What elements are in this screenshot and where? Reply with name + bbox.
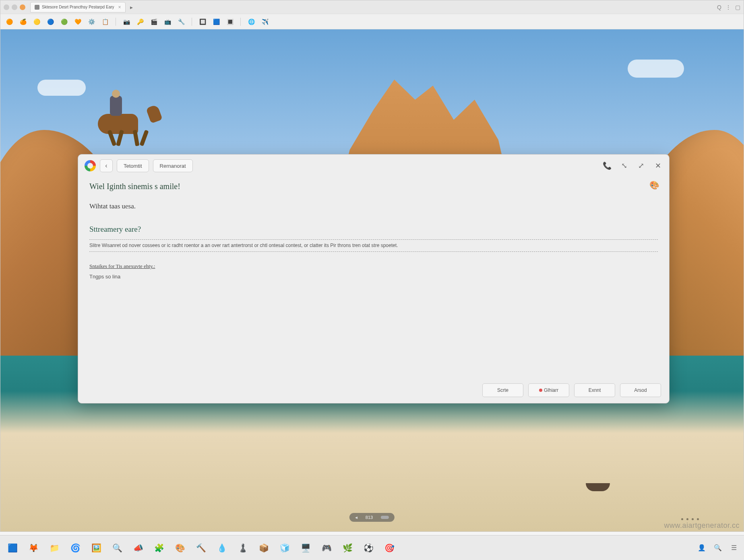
dialog-section-heading: Sttreamery eare? xyxy=(89,225,658,234)
expand-icon[interactable]: ⤢ xyxy=(636,161,646,171)
browser-tab-strip: Sktesore Desrt Prancthsy Pestarpd Eary ×… xyxy=(0,0,744,14)
taskbar-app-icon[interactable]: 🖥️ xyxy=(298,540,313,556)
bookmark-icon[interactable]: 🔧 xyxy=(176,17,186,27)
system-tray: 👤 🔍 ☰ xyxy=(696,543,739,553)
page-dot-icon[interactable] xyxy=(681,518,683,520)
pager-next-icon[interactable] xyxy=(381,516,389,519)
new-tab-button[interactable]: ▸ xyxy=(127,3,136,12)
control-dot-icon[interactable] xyxy=(4,4,9,10)
dialog-header: ‹ Tetomtit Rernanorat 📞 ⤡ ⤢ ✕ xyxy=(78,154,669,177)
taskbar-app-icon[interactable]: ♟️ xyxy=(235,540,250,556)
taskbar-app-icon[interactable]: 🌀 xyxy=(68,540,83,556)
taskbar-app-icon[interactable]: 📁 xyxy=(47,540,62,556)
taskbar-app-icon[interactable]: 🔍 xyxy=(110,540,125,556)
dialog-text-line: Tngps so lina xyxy=(89,274,658,280)
watermark-text: www.aiartgenerator.cc xyxy=(664,521,740,530)
taskbar-app-icon[interactable]: 🧩 xyxy=(151,540,167,556)
pager-prev-icon[interactable]: ◂ xyxy=(355,515,358,520)
dialog-subheading: Sntaikes for Tis anexuvte ehty.: xyxy=(89,263,658,270)
chrome-logo-icon xyxy=(85,160,96,171)
dialog-tab[interactable]: Rernanorat xyxy=(153,159,193,172)
taskbar-app-icon[interactable]: 📣 xyxy=(130,540,146,556)
desktop-area: ‹ Tetomtit Rernanorat 📞 ⤡ ⤢ ✕ 🎨 Wiel Igi… xyxy=(0,29,744,531)
tray-menu-icon[interactable]: ☰ xyxy=(729,543,739,553)
tray-user-icon[interactable]: 👤 xyxy=(696,543,707,553)
taskbar-app-icon[interactable]: 🦊 xyxy=(26,540,41,556)
control-dot-icon[interactable] xyxy=(20,4,25,10)
bookmark-icon[interactable]: 🟢 xyxy=(59,17,69,27)
favicon-icon xyxy=(35,5,39,10)
bookmark-icon[interactable]: 📺 xyxy=(163,17,172,27)
bookmarks-bar: 🟠 🍊 🟡 🔵 🟢 🧡 ⚙️ 📋 📷 🔑 🎬 📺 🔧 🔲 🟦 🔳 🌐 ✈️ xyxy=(0,14,744,29)
close-icon[interactable]: ✕ xyxy=(653,161,663,171)
collapse-icon[interactable]: ⤡ xyxy=(619,161,629,171)
dialog-subtitle: Wihtat taas uesa. xyxy=(89,202,658,210)
dialog-footer: Scrte Glhiarr Exnnt Arsod xyxy=(78,377,669,403)
bookmark-icon[interactable]: 🔳 xyxy=(225,17,235,27)
separator xyxy=(116,18,116,26)
page-dots xyxy=(681,518,699,520)
dialog-button-2[interactable]: Glhiarr xyxy=(528,383,569,397)
dialog-button-1[interactable]: Scrte xyxy=(482,383,523,397)
bookmark-icon[interactable]: 🔑 xyxy=(135,17,145,27)
bookmark-icon[interactable]: 🍊 xyxy=(18,17,28,27)
taskbar-app-icon[interactable]: 🌿 xyxy=(340,540,355,556)
dialog-header-actions: 📞 ⤡ ⤢ ✕ xyxy=(602,161,663,171)
window-controls xyxy=(4,4,25,10)
page-dot-icon[interactable] xyxy=(686,518,688,520)
taskbar-app-icon[interactable]: 💧 xyxy=(214,540,229,556)
tab-title: Sktesore Desrt Prancthsy Pestarpd Eary xyxy=(42,5,114,9)
dialog-button-3[interactable]: Exnnt xyxy=(574,383,615,397)
bookmark-icon[interactable]: 🔲 xyxy=(198,17,207,27)
page-dot-icon[interactable] xyxy=(697,518,699,520)
bookmark-icon[interactable]: 🧡 xyxy=(73,17,83,27)
taskbar: 🟦 🦊 📁 🌀 🖼️ 🔍 📣 🧩 🎨 🔨 💧 ♟️ 📦 🧊 🖥️ 🎮 🌿 ⚽ 🎯… xyxy=(0,535,744,560)
bookmark-icon[interactable]: 🔵 xyxy=(45,17,55,27)
taskbar-app-icon[interactable]: 🎯 xyxy=(382,540,397,556)
bookmark-icon[interactable]: ✈️ xyxy=(260,17,270,27)
back-button[interactable]: ‹ xyxy=(100,159,113,172)
desktop-pager[interactable]: ◂ 813 xyxy=(349,513,395,522)
search-icon[interactable]: Q xyxy=(717,4,721,10)
page-dot-icon[interactable] xyxy=(692,518,694,520)
maximize-icon[interactable]: ▢ xyxy=(735,4,740,10)
phone-icon[interactable]: 📞 xyxy=(602,161,612,171)
taskbar-app-icon[interactable]: 🖼️ xyxy=(89,540,104,556)
browser-window: Sktesore Desrt Prancthsy Pestarpd Eary ×… xyxy=(0,0,744,532)
bookmark-icon[interactable]: 🎬 xyxy=(149,17,159,27)
bookmark-icon[interactable]: 📋 xyxy=(100,17,110,27)
bookmark-icon[interactable]: 🟦 xyxy=(211,17,221,27)
dialog-paragraph: Slitre Wisanret od nover cossees or ic r… xyxy=(89,239,658,252)
taskbar-app-icon[interactable]: 🎨 xyxy=(172,540,188,556)
pager-label: 813 xyxy=(366,515,373,520)
dialog-window: ‹ Tetomtit Rernanorat 📞 ⤡ ⤢ ✕ 🎨 Wiel Igi… xyxy=(78,154,670,404)
taskbar-app-icon[interactable]: 🔨 xyxy=(193,540,209,556)
taskbar-app-icon[interactable]: 🧊 xyxy=(277,540,292,556)
bookmark-icon[interactable]: ⚙️ xyxy=(87,17,96,27)
separator xyxy=(240,18,241,26)
bookmark-icon[interactable]: 🟠 xyxy=(4,17,14,27)
browser-tab[interactable]: Sktesore Desrt Prancthsy Pestarpd Eary × xyxy=(30,2,126,12)
taskbar-app-icon[interactable]: 🟦 xyxy=(5,540,20,556)
close-tab-icon[interactable]: × xyxy=(118,4,121,10)
record-dot-icon xyxy=(539,389,542,392)
button-label: Glhiarr xyxy=(544,387,558,393)
menu-icon[interactable]: ⋮ xyxy=(725,4,731,10)
taskbar-app-icon[interactable]: 🎮 xyxy=(319,540,334,556)
tray-search-icon[interactable]: 🔍 xyxy=(713,543,723,553)
taskbar-app-icon[interactable]: ⚽ xyxy=(361,540,376,556)
dialog-tab[interactable]: Tetomtit xyxy=(117,159,149,172)
tab-strip-right: Q ⋮ ▢ xyxy=(717,4,740,10)
palette-icon[interactable]: 🎨 xyxy=(649,180,659,190)
separator xyxy=(192,18,192,26)
dialog-button-4[interactable]: Arsod xyxy=(620,383,661,397)
bookmark-icon[interactable]: 🌐 xyxy=(246,17,256,27)
control-dot-icon[interactable] xyxy=(12,4,17,10)
dialog-title: Wiel Iginth sinemis s amile! xyxy=(89,182,658,191)
taskbar-app-icon[interactable]: 📦 xyxy=(256,540,271,556)
bookmark-icon[interactable]: 📷 xyxy=(122,17,131,27)
bookmark-icon[interactable]: 🟡 xyxy=(32,17,41,27)
dialog-body: 🎨 Wiel Iginth sinemis s amile! Wihtat ta… xyxy=(78,177,669,377)
